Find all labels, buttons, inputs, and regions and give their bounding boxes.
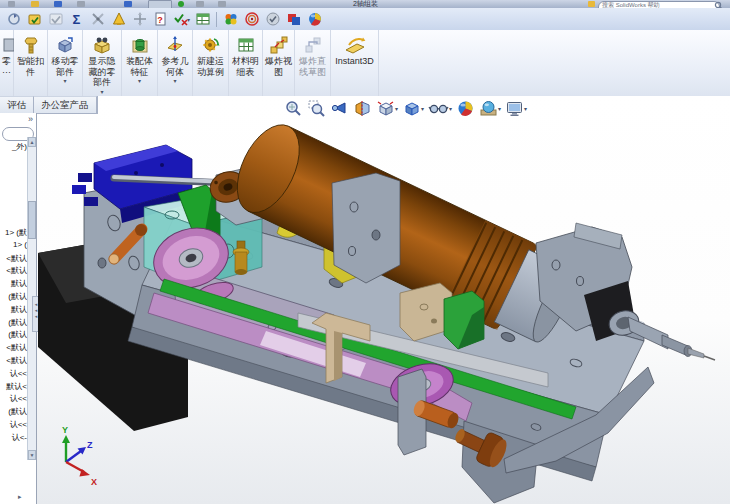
toolbar-separator (216, 12, 217, 27)
equations-icon: Σ (73, 13, 81, 26)
tree-item[interactable]: <默认 (0, 355, 27, 368)
command-tabs: 评估 办公室产品 (0, 96, 98, 114)
tab-evaluate[interactable]: 评估 (0, 96, 34, 113)
bill-of-materials-button[interactable]: 材料明 细表 (229, 30, 263, 96)
graphics-area: 评估 办公室产品 ▾ ▾ ▾ ▾ ▾ » _外) 1> (默 1> ( <默认 (0, 96, 730, 504)
command-manager: 零 ··· 智能扣 件 移动零 部件 ▾ 显示隐 藏的零 部件 ▾ 装配体 特征… (0, 30, 730, 97)
exploded-view-icon (269, 35, 289, 55)
verification-button[interactable]: ▾ (171, 9, 192, 29)
crossed-tools-icon (90, 11, 106, 27)
edit-component-button[interactable] (24, 9, 45, 29)
tree-item[interactable]: 1> (默 (0, 227, 27, 240)
dropdown-icon: ▾ (395, 105, 398, 112)
check-muted-icon (48, 11, 64, 27)
viewport-3d[interactable]: Y Z X (36, 115, 730, 504)
undo-icon[interactable] (124, 1, 132, 7)
status-dot-icon (178, 1, 184, 7)
tree-item[interactable]: <默认 (0, 342, 27, 355)
squares-icon (286, 11, 302, 27)
assembly-features-button[interactable]: 装配体 特征 ▾ (122, 30, 158, 96)
new-motion-study-button[interactable]: 新建运 动算例 (193, 30, 229, 96)
instant3d-button[interactable]: Instant3D (331, 30, 379, 96)
photoview-button[interactable] (220, 9, 241, 29)
menu-icon[interactable] (8, 1, 15, 7)
explode-line-sketch-button[interactable]: 爆炸直 线草图 (295, 30, 331, 96)
tree-item[interactable]: 认<< (0, 393, 27, 406)
tree-item[interactable]: (默认 (0, 329, 27, 342)
reference-geometry-icon (165, 35, 185, 55)
tree-item[interactable]: 默认< (0, 381, 27, 394)
motion-study-icon (201, 35, 221, 55)
external-references-button[interactable] (87, 9, 108, 29)
show-hidden-components-button[interactable]: 显示隐 藏的零 部件 ▾ (83, 30, 122, 96)
open-icon[interactable] (31, 1, 39, 7)
dropdown-icon[interactable]: ▾ (138, 78, 141, 84)
color-sphere-icon (307, 11, 323, 27)
explode-line-sketch-icon (303, 35, 323, 55)
check-muted-button[interactable] (45, 9, 66, 29)
tree-item[interactable]: 认<< (0, 368, 27, 381)
bom-table-icon (236, 35, 256, 55)
tree-item[interactable]: 默认 (0, 278, 27, 291)
help-icon[interactable] (218, 1, 226, 7)
interference-cone-icon (111, 11, 127, 27)
instant3d-icon (343, 35, 367, 55)
motion-rings-icon (244, 11, 260, 27)
tree-horizontal-scroll-button[interactable]: ▸ (18, 493, 22, 501)
scroll-thumb[interactable] (28, 201, 36, 239)
dropdown-icon: ▾ (187, 16, 190, 23)
equations-button[interactable]: Σ (66, 9, 87, 29)
insert-component-button[interactable]: 零 ··· (0, 30, 14, 96)
scroll-down-button[interactable]: ▼ (28, 450, 36, 460)
smart-fasteners-button[interactable]: 智能扣 件 (14, 30, 48, 96)
compare-documents-button[interactable] (283, 9, 304, 29)
feature-tree: 1> (默 1> ( <默认 <默认 默认 (默认 默认 (默认 (默认 <默认… (0, 227, 27, 445)
publish-button[interactable] (304, 9, 325, 29)
tree-item[interactable]: 认<- (0, 432, 27, 445)
triad-z-label: Z (87, 440, 93, 450)
exploded-view-button[interactable]: 爆炸视 图 (263, 30, 295, 96)
dropdown-icon: ▾ (421, 105, 424, 112)
dropdown-icon: ▾ (498, 105, 501, 112)
align-button[interactable] (129, 9, 150, 29)
scroll-up-button[interactable]: ▲ (28, 137, 36, 147)
move-component-icon (55, 35, 75, 55)
help-bulb-icon (588, 1, 595, 7)
import-diagnostics-button[interactable]: ? (150, 9, 171, 29)
tree-item[interactable]: <默认 (0, 253, 27, 266)
tree-item[interactable]: 默认 (0, 304, 27, 317)
tree-item[interactable]: (默认 (0, 317, 27, 330)
tree-item[interactable]: 1> ( (0, 240, 27, 253)
edit-component-icon (27, 11, 43, 27)
insert-component-icon (0, 35, 14, 55)
tree-item[interactable]: <默认 (0, 265, 27, 278)
dropdown-icon: ▾ (449, 105, 452, 112)
window-icon[interactable] (196, 1, 204, 7)
reload-button[interactable] (3, 9, 24, 29)
dropdown-icon[interactable]: ▾ (63, 78, 66, 84)
show-hidden-icon (92, 35, 112, 55)
interference-detection-button[interactable] (108, 9, 129, 29)
part-green-block[interactable] (444, 291, 484, 349)
svg-text:?: ? (157, 15, 163, 25)
dropdown-icon[interactable]: ▾ (100, 89, 103, 95)
design-table-icon (195, 11, 211, 27)
tree-root-item[interactable]: _外) (0, 141, 27, 152)
move-component-button[interactable]: 移动零 部件 ▾ (48, 30, 83, 96)
tab-office-products[interactable]: 办公室产品 (34, 96, 97, 113)
tree-item[interactable]: (默认 (0, 406, 27, 419)
dropdown-icon[interactable]: ▾ (173, 78, 176, 84)
edrawings-button[interactable] (262, 9, 283, 29)
print-icon[interactable] (77, 1, 85, 7)
reference-geometry-button[interactable]: 参考几 何体 ▾ (158, 30, 193, 96)
design-table-button[interactable] (192, 9, 213, 29)
part-mid-bracket[interactable] (332, 173, 400, 283)
tree-item[interactable]: (默认 (0, 291, 27, 304)
origin-triad: Y Z X (62, 425, 97, 487)
tree-item[interactable]: 认<< (0, 419, 27, 432)
save-icon[interactable] (54, 1, 62, 7)
panel-expand-button[interactable]: » (28, 115, 33, 124)
assembly-features-icon (130, 35, 150, 55)
motion-manager-button[interactable] (241, 9, 262, 29)
smart-fasteners-icon (21, 35, 41, 55)
